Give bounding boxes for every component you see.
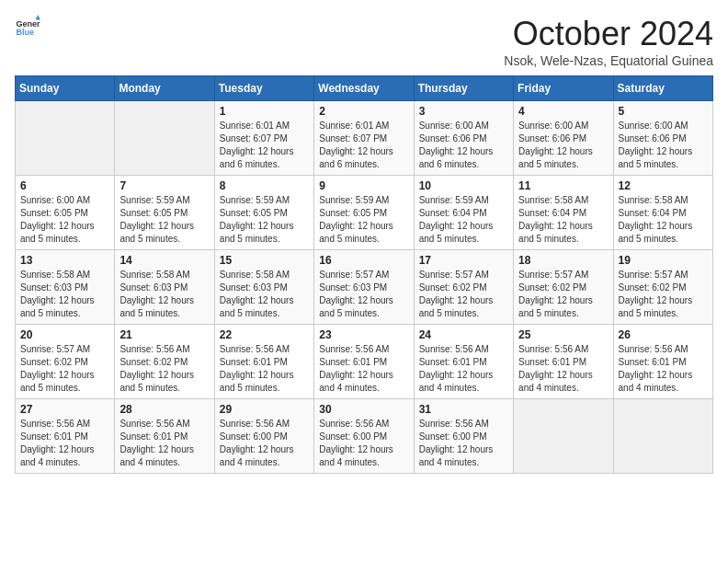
calendar-cell <box>514 399 613 474</box>
day-number: 19 <box>619 254 708 267</box>
calendar-cell: 27Sunrise: 5:56 AM Sunset: 6:01 PM Dayli… <box>16 399 115 474</box>
day-number: 21 <box>119 328 209 341</box>
cell-info: Sunrise: 5:59 AM Sunset: 6:05 PM Dayligh… <box>220 194 309 246</box>
cell-info: Sunrise: 5:57 AM Sunset: 6:02 PM Dayligh… <box>20 343 109 395</box>
day-number: 20 <box>20 328 109 341</box>
day-number: 14 <box>119 254 209 267</box>
cell-info: Sunrise: 6:00 AM Sunset: 6:06 PM Dayligh… <box>419 120 508 171</box>
calendar-cell: 31Sunrise: 5:56 AM Sunset: 6:00 PM Dayli… <box>414 399 513 474</box>
svg-text:General: General <box>16 19 40 29</box>
calendar-cell: 22Sunrise: 5:56 AM Sunset: 6:01 PM Dayli… <box>214 325 313 399</box>
day-number: 31 <box>419 403 508 416</box>
cell-info: Sunrise: 5:58 AM Sunset: 6:03 PM Dayligh… <box>20 269 109 320</box>
day-number: 1 <box>220 105 309 118</box>
cell-info: Sunrise: 5:59 AM Sunset: 6:04 PM Dayligh… <box>419 194 508 246</box>
day-number: 9 <box>319 179 408 192</box>
cell-info: Sunrise: 5:56 AM Sunset: 6:00 PM Dayligh… <box>419 418 508 469</box>
calendar-cell: 11Sunrise: 5:58 AM Sunset: 6:04 PM Dayli… <box>514 176 613 250</box>
month-title: October 2024 <box>504 15 713 53</box>
logo: General Blue <box>15 15 40 40</box>
day-number: 29 <box>220 403 309 416</box>
header-cell-wednesday: Wednesday <box>314 76 414 101</box>
cell-info: Sunrise: 6:00 AM Sunset: 6:05 PM Dayligh… <box>20 194 109 246</box>
day-number: 8 <box>220 179 309 192</box>
calendar-cell: 15Sunrise: 5:58 AM Sunset: 6:03 PM Dayli… <box>214 250 313 325</box>
calendar-cell <box>115 101 214 176</box>
cell-info: Sunrise: 5:57 AM Sunset: 6:02 PM Dayligh… <box>518 269 608 320</box>
calendar-cell: 5Sunrise: 6:00 AM Sunset: 6:06 PM Daylig… <box>613 101 712 176</box>
cell-info: Sunrise: 5:58 AM Sunset: 6:04 PM Dayligh… <box>619 194 708 246</box>
week-row-1: 1Sunrise: 6:01 AM Sunset: 6:07 PM Daylig… <box>16 101 713 176</box>
header-cell-sunday: Sunday <box>16 76 115 101</box>
day-number: 13 <box>20 254 109 267</box>
location-subtitle: Nsok, Wele-Nzas, Equatorial Guinea <box>504 53 713 68</box>
calendar-cell: 24Sunrise: 5:56 AM Sunset: 6:01 PM Dayli… <box>414 325 513 399</box>
calendar-cell: 26Sunrise: 5:56 AM Sunset: 6:01 PM Dayli… <box>613 325 712 399</box>
cell-info: Sunrise: 5:56 AM Sunset: 6:00 PM Dayligh… <box>220 418 309 469</box>
cell-info: Sunrise: 5:56 AM Sunset: 6:01 PM Dayligh… <box>119 418 209 469</box>
cell-info: Sunrise: 6:00 AM Sunset: 6:06 PM Dayligh… <box>518 120 608 171</box>
week-row-2: 6Sunrise: 6:00 AM Sunset: 6:05 PM Daylig… <box>16 176 713 250</box>
day-number: 30 <box>319 403 408 416</box>
day-number: 16 <box>319 254 408 267</box>
calendar-cell: 13Sunrise: 5:58 AM Sunset: 6:03 PM Dayli… <box>16 250 115 325</box>
calendar-cell <box>16 101 115 176</box>
cell-info: Sunrise: 5:56 AM Sunset: 6:01 PM Dayligh… <box>220 343 309 395</box>
day-number: 5 <box>619 105 708 118</box>
cell-info: Sunrise: 5:57 AM Sunset: 6:03 PM Dayligh… <box>319 269 408 320</box>
day-number: 24 <box>419 328 508 341</box>
cell-info: Sunrise: 5:59 AM Sunset: 6:05 PM Dayligh… <box>319 194 408 246</box>
cell-info: Sunrise: 5:56 AM Sunset: 6:01 PM Dayligh… <box>518 343 608 395</box>
cell-info: Sunrise: 5:56 AM Sunset: 6:00 PM Dayligh… <box>319 418 408 469</box>
day-number: 22 <box>220 328 309 341</box>
week-row-4: 20Sunrise: 5:57 AM Sunset: 6:02 PM Dayli… <box>16 325 713 399</box>
title-block: October 2024 Nsok, Wele-Nzas, Equatorial… <box>504 15 713 68</box>
calendar-cell: 28Sunrise: 5:56 AM Sunset: 6:01 PM Dayli… <box>115 399 214 474</box>
day-number: 18 <box>518 254 608 267</box>
calendar-cell: 4Sunrise: 6:00 AM Sunset: 6:06 PM Daylig… <box>514 101 613 176</box>
calendar-cell: 17Sunrise: 5:57 AM Sunset: 6:02 PM Dayli… <box>414 250 513 325</box>
calendar-cell: 30Sunrise: 5:56 AM Sunset: 6:00 PM Dayli… <box>314 399 414 474</box>
calendar-cell: 19Sunrise: 5:57 AM Sunset: 6:02 PM Dayli… <box>613 250 712 325</box>
header-cell-monday: Monday <box>115 76 214 101</box>
calendar-cell: 12Sunrise: 5:58 AM Sunset: 6:04 PM Dayli… <box>613 176 712 250</box>
calendar-cell: 21Sunrise: 5:56 AM Sunset: 6:02 PM Dayli… <box>115 325 214 399</box>
calendar-cell: 23Sunrise: 5:56 AM Sunset: 6:01 PM Dayli… <box>314 325 414 399</box>
day-number: 15 <box>220 254 309 267</box>
cell-info: Sunrise: 5:56 AM Sunset: 6:01 PM Dayligh… <box>20 418 109 469</box>
day-number: 6 <box>20 179 109 192</box>
day-number: 10 <box>419 179 508 192</box>
header-row: SundayMondayTuesdayWednesdayThursdayFrid… <box>16 76 713 101</box>
calendar-cell: 8Sunrise: 5:59 AM Sunset: 6:05 PM Daylig… <box>214 176 313 250</box>
calendar-cell: 6Sunrise: 6:00 AM Sunset: 6:05 PM Daylig… <box>16 176 115 250</box>
cell-info: Sunrise: 5:58 AM Sunset: 6:04 PM Dayligh… <box>518 194 608 246</box>
svg-text:Blue: Blue <box>16 28 34 37</box>
cell-info: Sunrise: 6:01 AM Sunset: 6:07 PM Dayligh… <box>220 120 309 171</box>
header-cell-friday: Friday <box>514 76 613 101</box>
day-number: 23 <box>319 328 408 341</box>
header-cell-saturday: Saturday <box>613 76 712 101</box>
cell-info: Sunrise: 5:58 AM Sunset: 6:03 PM Dayligh… <box>220 269 309 320</box>
calendar-cell: 2Sunrise: 6:01 AM Sunset: 6:07 PM Daylig… <box>314 101 414 176</box>
day-number: 25 <box>518 328 608 341</box>
cell-info: Sunrise: 5:59 AM Sunset: 6:05 PM Dayligh… <box>119 194 209 246</box>
calendar-cell: 9Sunrise: 5:59 AM Sunset: 6:05 PM Daylig… <box>314 176 414 250</box>
svg-marker-2 <box>35 15 40 20</box>
calendar-cell: 14Sunrise: 5:58 AM Sunset: 6:03 PM Dayli… <box>115 250 214 325</box>
week-row-5: 27Sunrise: 5:56 AM Sunset: 6:01 PM Dayli… <box>16 399 713 474</box>
day-number: 3 <box>419 105 508 118</box>
calendar-cell: 7Sunrise: 5:59 AM Sunset: 6:05 PM Daylig… <box>115 176 214 250</box>
calendar-cell: 16Sunrise: 5:57 AM Sunset: 6:03 PM Dayli… <box>314 250 414 325</box>
cell-info: Sunrise: 5:58 AM Sunset: 6:03 PM Dayligh… <box>119 269 209 320</box>
week-row-3: 13Sunrise: 5:58 AM Sunset: 6:03 PM Dayli… <box>16 250 713 325</box>
calendar-cell: 3Sunrise: 6:00 AM Sunset: 6:06 PM Daylig… <box>414 101 513 176</box>
cell-info: Sunrise: 6:01 AM Sunset: 6:07 PM Dayligh… <box>319 120 408 171</box>
cell-info: Sunrise: 5:56 AM Sunset: 6:02 PM Dayligh… <box>119 343 209 395</box>
logo-icon: General Blue <box>15 15 40 40</box>
page-header: General Blue October 2024 Nsok, Wele-Nza… <box>15 15 713 68</box>
calendar-cell <box>613 399 712 474</box>
day-number: 4 <box>518 105 608 118</box>
cell-info: Sunrise: 5:56 AM Sunset: 6:01 PM Dayligh… <box>319 343 408 395</box>
cell-info: Sunrise: 5:57 AM Sunset: 6:02 PM Dayligh… <box>619 269 708 320</box>
calendar-cell: 1Sunrise: 6:01 AM Sunset: 6:07 PM Daylig… <box>214 101 313 176</box>
